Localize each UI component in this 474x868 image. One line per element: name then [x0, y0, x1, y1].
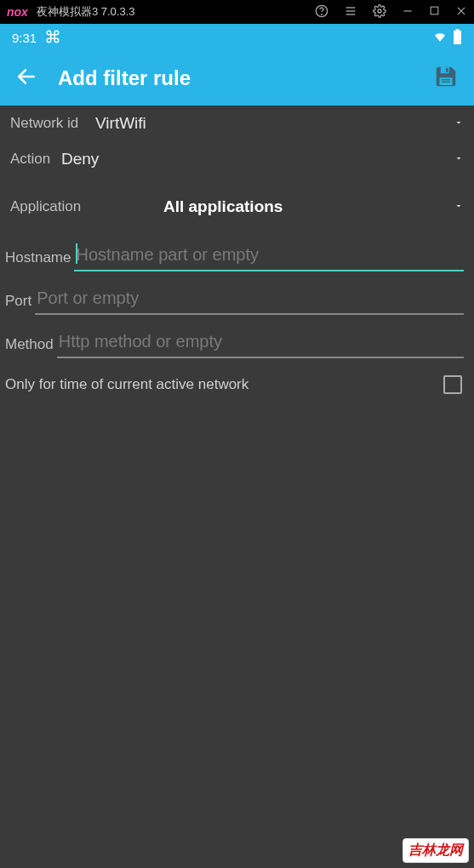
action-dropdown[interactable]: Action Deny	[0, 141, 474, 177]
application-value: All applications	[163, 197, 283, 216]
port-field-row: Port	[0, 280, 474, 315]
svg-point-5	[378, 9, 381, 13]
window-title-bar: nox 夜神模拟器3 7.0.3.3	[0, 0, 474, 24]
application-dropdown[interactable]: Application All applications	[0, 186, 474, 228]
only-current-label: Only for time of current active network	[5, 376, 435, 393]
close-icon[interactable]	[455, 5, 467, 20]
page-title: Add filter rule	[58, 66, 413, 90]
text-cursor	[76, 243, 77, 264]
save-button[interactable]	[433, 64, 459, 93]
svg-rect-10	[454, 30, 461, 43]
only-current-checkbox[interactable]	[443, 375, 462, 394]
action-value: Deny	[61, 150, 99, 168]
hostname-input[interactable]	[74, 242, 464, 271]
chevron-down-icon	[454, 199, 464, 214]
hostname-label: Hostname	[5, 249, 71, 271]
network-id-label: Network id	[10, 115, 87, 132]
network-id-value: VirtWifi	[95, 114, 146, 133]
chevron-down-icon	[454, 151, 464, 167]
command-icon	[45, 29, 60, 47]
status-time: 9:31	[12, 31, 37, 45]
svg-rect-11	[456, 29, 460, 31]
action-label: Action	[10, 151, 53, 168]
window-title: 夜神模拟器3 7.0.3.3	[37, 4, 315, 20]
method-field-row: Method	[0, 323, 474, 358]
form-content: Network id VirtWifi Action Deny Applicat…	[0, 106, 474, 399]
svg-rect-7	[431, 7, 438, 14]
svg-rect-14	[446, 68, 448, 72]
menu-icon[interactable]	[344, 4, 357, 20]
minimize-icon[interactable]	[402, 5, 414, 20]
watermark: 吉林龙网	[403, 838, 469, 863]
help-icon[interactable]	[315, 4, 328, 20]
port-input[interactable]	[35, 285, 464, 315]
settings-icon[interactable]	[373, 4, 386, 20]
hostname-field-row: Hostname	[0, 237, 474, 271]
port-label: Port	[5, 293, 31, 315]
maximize-icon[interactable]	[429, 5, 440, 19]
svg-point-1	[322, 14, 323, 14]
method-input[interactable]	[57, 328, 464, 358]
battery-icon	[453, 29, 462, 47]
chevron-down-icon	[454, 116, 464, 131]
network-id-dropdown[interactable]: Network id VirtWifi	[0, 106, 474, 141]
app-bar: Add filter rule	[0, 51, 474, 106]
nox-logo: nox	[7, 5, 28, 19]
wifi-icon	[432, 29, 448, 47]
back-button[interactable]	[15, 66, 37, 91]
application-label: Application	[10, 198, 155, 215]
window-controls	[315, 4, 467, 20]
only-current-network-row[interactable]: Only for time of current active network	[0, 358, 474, 399]
android-status-bar: 9:31	[0, 24, 474, 51]
method-label: Method	[5, 336, 54, 358]
